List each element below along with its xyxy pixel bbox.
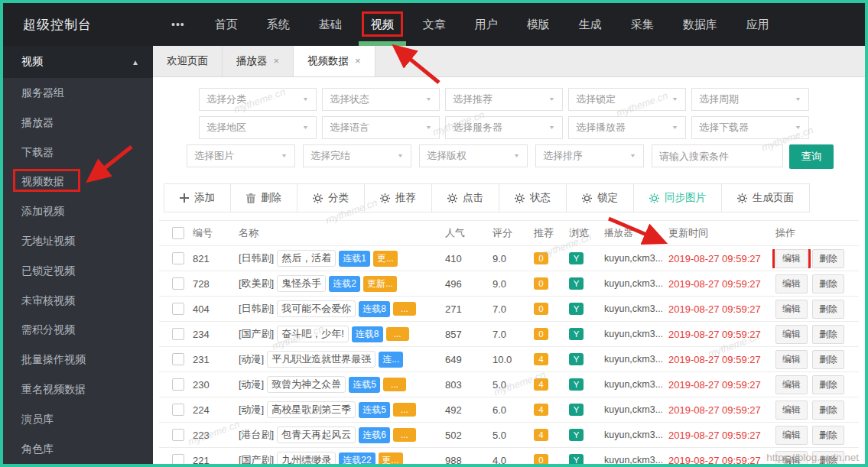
browse-badge[interactable]: Y — [569, 378, 584, 391]
top-nav-item[interactable]: 数据库 — [672, 3, 728, 46]
filter-select[interactable]: 选择分类 ▼ — [199, 88, 317, 111]
browse-badge[interactable]: Y — [569, 252, 584, 264]
browse-badge[interactable]: Y — [569, 328, 584, 340]
top-nav-item[interactable]: 基础 — [308, 3, 353, 46]
sidebar-item[interactable]: 重名视频数据 — [3, 375, 153, 404]
query-button[interactable]: 查询 — [789, 144, 834, 169]
edit-button[interactable]: 编辑 — [775, 325, 808, 344]
row-delete-button[interactable]: 删除 — [812, 401, 844, 420]
row-checkbox[interactable] — [172, 429, 184, 441]
row-checkbox[interactable] — [172, 454, 184, 466]
recommend-badge[interactable]: 0 — [534, 252, 548, 264]
recommend-badge[interactable]: 0 — [534, 277, 548, 290]
update-badge[interactable]: 更... — [379, 452, 403, 467]
search-input[interactable] — [652, 144, 783, 167]
filter-select[interactable]: 选择图片 ▼ — [187, 144, 295, 167]
top-nav-item[interactable]: 系统 — [256, 3, 301, 46]
row-delete-button[interactable]: 删除 — [812, 451, 844, 467]
browse-badge[interactable]: Y — [569, 404, 584, 416]
sidebar-item[interactable]: 角色库 — [3, 434, 153, 464]
top-nav-item[interactable]: 模版 — [516, 3, 561, 46]
filter-select[interactable]: 选择完结 ▼ — [303, 144, 411, 167]
gear-action-button[interactable]: 分类 — [297, 183, 365, 212]
sidebar-item[interactable]: 播放器 — [3, 108, 153, 138]
serial-badge[interactable]: 连载5 — [349, 377, 380, 393]
serial-badge[interactable]: 连载2 — [329, 276, 360, 292]
add-button[interactable]: 添加 — [164, 183, 231, 212]
top-nav-item[interactable]: 文章 — [412, 3, 457, 46]
sidebar-item[interactable]: 添加视频 — [3, 196, 153, 226]
browse-badge[interactable]: Y — [569, 429, 584, 441]
serial-badge[interactable]: 连载8 — [359, 301, 390, 317]
update-badge[interactable]: ... — [393, 403, 416, 417]
row-delete-button[interactable]: 删除 — [812, 350, 844, 369]
serial-badge[interactable]: 连载22 — [339, 452, 375, 467]
row-delete-button[interactable]: 删除 — [812, 274, 844, 293]
sidebar-item[interactable]: 下载器 — [3, 138, 153, 167]
select-all-checkbox[interactable] — [172, 227, 184, 239]
row-delete-button[interactable]: 删除 — [812, 300, 844, 319]
tab[interactable]: 欢迎页面 × — [153, 46, 223, 76]
gear-action-button[interactable]: 锁定 — [566, 183, 634, 212]
top-nav-item[interactable]: 应用 — [736, 3, 780, 46]
close-icon[interactable]: × — [274, 46, 280, 76]
row-checkbox[interactable] — [172, 353, 184, 365]
tab[interactable]: 视频数据 × — [294, 46, 375, 76]
sidebar-item[interactable]: 批量操作视频 — [3, 345, 153, 375]
filter-select[interactable]: 选择语言 ▼ — [322, 116, 440, 139]
sidebar-item[interactable]: 已锁定视频 — [3, 256, 153, 286]
row-checkbox[interactable] — [172, 404, 184, 416]
row-checkbox[interactable] — [172, 252, 184, 264]
row-delete-button[interactable]: 删除 — [812, 375, 844, 394]
update-badge[interactable]: ... — [393, 428, 416, 442]
gear-action-button[interactable]: 状态 — [499, 183, 567, 212]
row-delete-button[interactable]: 删除 — [812, 325, 844, 344]
update-badge[interactable]: 更新... — [363, 276, 397, 292]
recommend-badge[interactable]: 4 — [534, 353, 548, 365]
row-checkbox[interactable] — [172, 378, 184, 391]
row-checkbox[interactable] — [172, 328, 184, 340]
edit-button[interactable]: 编辑 — [775, 274, 808, 293]
serial-badge[interactable]: 连载5 — [359, 402, 390, 418]
recommend-badge[interactable]: 0 — [534, 454, 548, 466]
filter-select[interactable]: 选择版权 ▼ — [419, 144, 528, 167]
top-nav-item[interactable]: 采集 — [620, 3, 665, 46]
tab[interactable]: 播放器 × — [223, 46, 294, 76]
filter-select[interactable]: 选择状态 ▼ — [322, 88, 440, 111]
recommend-badge[interactable]: 0 — [534, 303, 548, 315]
filter-select[interactable]: 选择播放器 ▼ — [568, 116, 686, 139]
edit-button[interactable]: 编辑 — [775, 300, 808, 319]
edit-button[interactable]: 编辑 — [775, 249, 808, 268]
sidebar-item[interactable]: 未审核视频 — [3, 286, 153, 316]
filter-select[interactable]: 选择锁定 ▼ — [568, 88, 686, 111]
browse-badge[interactable]: Y — [569, 277, 584, 290]
sidebar-item[interactable]: 视频数据 — [3, 167, 153, 196]
row-delete-button[interactable]: 删除 — [812, 249, 844, 268]
top-nav-item[interactable]: 用户 — [464, 3, 509, 46]
filter-select[interactable]: 选择地区 ▼ — [199, 116, 317, 139]
top-nav-item[interactable]: 生成 — [568, 3, 613, 46]
browse-badge[interactable]: Y — [569, 454, 584, 466]
recommend-badge[interactable]: 4 — [534, 404, 548, 416]
update-badge[interactable]: ... — [393, 302, 416, 316]
sidebar-group-video[interactable]: 视频 ▲ — [3, 46, 153, 78]
update-badge[interactable]: 更... — [373, 251, 398, 267]
sidebar-item[interactable]: 服务器组 — [3, 78, 153, 108]
top-nav-item[interactable]: 视频 — [360, 3, 405, 46]
gear-action-button[interactable]: 生成页面 — [721, 183, 810, 212]
sidebar-item[interactable]: 演员库 — [3, 404, 153, 434]
browse-badge[interactable]: Y — [569, 303, 584, 315]
collapse-arrow-icon[interactable]: ▲ — [132, 58, 139, 66]
more-menu-icon[interactable]: ••• — [171, 18, 185, 31]
update-badge[interactable]: ... — [383, 378, 406, 391]
gear-action-button[interactable]: 点击 — [431, 183, 499, 212]
edit-button[interactable]: 编辑 — [775, 451, 808, 467]
row-delete-button[interactable]: 删除 — [812, 426, 844, 445]
delete-button[interactable]: 删除 — [230, 183, 297, 212]
filter-select[interactable]: 选择推荐 ▼ — [445, 88, 563, 111]
gear-action-button[interactable]: 同步图片 — [633, 183, 722, 212]
edit-button[interactable]: 编辑 — [775, 350, 808, 369]
browse-badge[interactable]: Y — [569, 353, 584, 365]
edit-button[interactable]: 编辑 — [775, 426, 808, 445]
filter-select[interactable]: 选择下载器 ▼ — [691, 116, 809, 139]
